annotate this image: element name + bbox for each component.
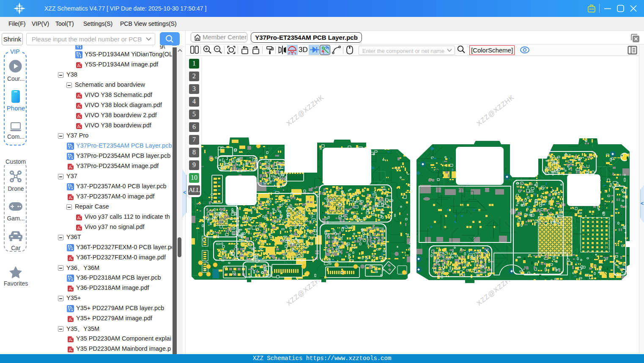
svg-text:J3: J3: [231, 271, 236, 275]
